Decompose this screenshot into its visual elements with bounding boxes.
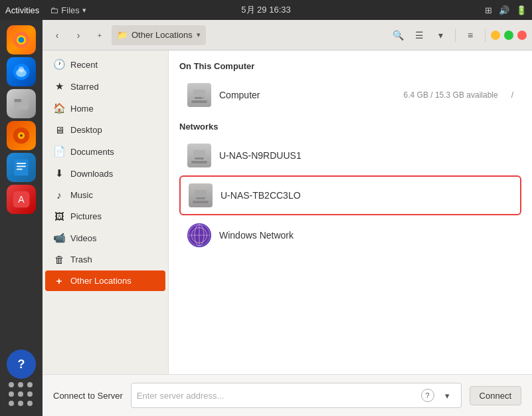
- search-button[interactable]: 🔍: [389, 26, 407, 45]
- nas2-item[interactable]: U-NAS-TB2CC3LO: [179, 175, 521, 215]
- back-button[interactable]: ‹: [48, 26, 66, 45]
- fm-footer: Connect to Server Enter server address..…: [43, 374, 532, 416]
- svg-rect-21: [195, 157, 204, 159]
- networks-section: Networks U-NAS-N9RDUUS1: [179, 122, 521, 254]
- forward-button[interactable]: ›: [69, 26, 88, 45]
- location-label: Other Locations: [132, 30, 193, 40]
- battery-icon[interactable]: 🔋: [516, 5, 527, 15]
- downloads-icon: ⬇: [53, 167, 65, 179]
- sidebar-label-trash: Trash: [70, 255, 92, 264]
- fm-main: On This Computer Computer 6.4 GB / 15.3 …: [169, 51, 532, 374]
- dock: A ?: [0, 20, 43, 416]
- sidebar-item-pictures[interactable]: 🖼 Pictures: [45, 206, 165, 227]
- window-controls: [491, 31, 527, 40]
- svg-point-25: [195, 225, 204, 246]
- dock-appstore[interactable]: A: [7, 185, 36, 214]
- toolbar-separator2: [485, 29, 486, 42]
- computer-meta: 6.4 GB / 15.3 GB available: [404, 90, 498, 100]
- menu-button[interactable]: ≡: [461, 26, 480, 45]
- sidebar-item-videos[interactable]: 📹 Videos: [45, 227, 165, 249]
- dock-grid-button[interactable]: [7, 381, 36, 411]
- documents-icon: 📄: [53, 146, 65, 157]
- view-dropdown-button[interactable]: ▾: [431, 26, 450, 45]
- dock-rhythmbox[interactable]: [7, 121, 36, 150]
- nas2-label: U-NAS-TB2CC3LO: [221, 190, 512, 201]
- dock-firefox[interactable]: [7, 25, 36, 54]
- sidebar-item-starred[interactable]: ★ Starred: [45, 76, 165, 97]
- windows-network-item[interactable]: Windows Network: [179, 217, 521, 254]
- svg-point-10: [20, 134, 23, 137]
- server-help-button[interactable]: ?: [421, 389, 434, 402]
- computer-label: Computer: [219, 90, 396, 100]
- nas1-icon: [187, 144, 211, 167]
- files-menu-arrow: ▾: [82, 6, 86, 15]
- sidebar-label-videos: Videos: [70, 233, 97, 243]
- pictures-icon: 🖼: [53, 211, 65, 222]
- dock-help[interactable]: ?: [7, 350, 36, 379]
- starred-icon: ★: [53, 80, 65, 92]
- windows-network-icon: [187, 223, 211, 247]
- minimize-button[interactable]: [491, 31, 500, 40]
- connect-button[interactable]: Connect: [470, 386, 521, 405]
- volume-icon[interactable]: 🔊: [499, 5, 509, 15]
- location-dropdown-icon: ▾: [197, 31, 201, 39]
- fm-content: 🕐 Recent ★ Starred 🏠 Home 🖥 Desktop 📄 Do…: [43, 51, 532, 374]
- sidebar-item-documents[interactable]: 📄 Documents: [45, 141, 165, 162]
- sidebar-item-desktop[interactable]: 🖥 Desktop: [45, 120, 165, 140]
- music-icon: ♪: [53, 189, 65, 201]
- list-view-button[interactable]: ☰: [410, 26, 428, 45]
- location-bar[interactable]: 📁 Other Locations ▾: [112, 25, 206, 45]
- location-icon: 📁: [117, 30, 128, 40]
- new-location-button[interactable]: +: [90, 26, 109, 45]
- svg-rect-12: [17, 163, 26, 164]
- dock-thunderbird[interactable]: [7, 57, 36, 86]
- server-address-input[interactable]: Enter server address... ? ▾: [131, 383, 462, 408]
- topbar: Activities 🗀 Files ▾ 5月 29 16:33 ⊞ 🔊 🔋: [0, 0, 532, 20]
- topbar-right: ⊞ 🔊 🔋: [485, 5, 527, 15]
- sidebar-item-other-locations[interactable]: + Other Locations: [45, 270, 165, 291]
- network-icon: ⊞: [485, 5, 492, 15]
- topbar-left: Activities 🗀 Files ▾: [5, 5, 86, 15]
- connect-to-server-label: Connect to Server: [53, 391, 123, 401]
- svg-rect-11: [15, 159, 29, 176]
- computer-slash: /: [511, 90, 513, 100]
- windows-network-label: Windows Network: [219, 230, 513, 241]
- sidebar-label-home: Home: [70, 104, 94, 114]
- nas1-item[interactable]: U-NAS-N9RDUUS1: [179, 137, 521, 174]
- sidebar-item-music[interactable]: ♪ Music: [45, 185, 165, 205]
- sidebar-label-downloads: Downloads: [70, 169, 113, 179]
- svg-rect-23: [196, 197, 205, 199]
- svg-point-19: [202, 98, 203, 99]
- sidebar-label-music: Music: [70, 190, 93, 200]
- svg-text:A: A: [18, 194, 25, 205]
- svg-rect-13: [17, 165, 26, 167]
- videos-icon: 📹: [53, 232, 65, 244]
- svg-point-2: [19, 37, 25, 43]
- sidebar-label-recent: Recent: [70, 60, 98, 70]
- dock-files[interactable]: [7, 89, 36, 118]
- topbar-datetime: 5月 29 16:33: [241, 4, 290, 16]
- maximize-button[interactable]: [504, 31, 513, 40]
- server-dropdown-button[interactable]: ▾: [440, 387, 456, 403]
- desktop-icon: 🖥: [53, 124, 65, 136]
- computer-item[interactable]: Computer 6.4 GB / 15.3 GB available /: [179, 76, 521, 114]
- svg-point-28: [189, 225, 210, 246]
- sidebar-label-starred: Starred: [70, 82, 99, 92]
- sidebar-item-home[interactable]: 🏠 Home: [45, 98, 165, 119]
- sidebar-label-desktop: Desktop: [70, 125, 102, 135]
- toolbar-separator: [455, 29, 456, 42]
- help-icon: ?: [426, 391, 430, 399]
- trash-icon: 🗑: [53, 254, 65, 265]
- files-menu[interactable]: 🗀 Files ▾: [50, 5, 86, 15]
- sidebar-label-other-locations: Other Locations: [70, 276, 132, 286]
- nas1-label: U-NAS-N9RDUUS1: [219, 150, 513, 161]
- activities-label[interactable]: Activities: [5, 5, 39, 15]
- svg-rect-14: [17, 169, 23, 170]
- fm-sidebar: 🕐 Recent ★ Starred 🏠 Home 🖥 Desktop 📄 Do…: [43, 51, 169, 374]
- sidebar-item-trash[interactable]: 🗑 Trash: [45, 249, 165, 270]
- sidebar-item-downloads[interactable]: ⬇ Downloads: [45, 163, 165, 184]
- close-button[interactable]: [517, 31, 527, 40]
- other-locations-icon: +: [53, 275, 65, 286]
- sidebar-item-recent[interactable]: 🕐 Recent: [45, 54, 165, 75]
- dock-writer[interactable]: [7, 153, 36, 182]
